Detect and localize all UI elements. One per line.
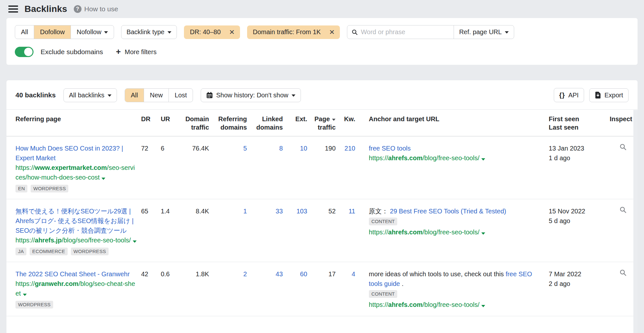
col-kw[interactable]: Kw. bbox=[338, 110, 357, 136]
referring-domains-link[interactable]: 1 bbox=[243, 208, 247, 215]
search-scope-dropdown[interactable]: Ref. page URL bbox=[454, 25, 514, 39]
page-badges: WORDPRESS bbox=[15, 301, 137, 309]
dr-value: 42 bbox=[139, 262, 159, 316]
ext-link[interactable]: 103 bbox=[296, 208, 307, 215]
tab-lost[interactable]: Lost bbox=[169, 89, 193, 102]
col-page-traffic-label1: Page bbox=[314, 115, 330, 122]
url-domain: ahrefs.jp bbox=[35, 237, 62, 244]
ext-link[interactable]: 60 bbox=[300, 270, 307, 278]
follow-filter-all[interactable]: All bbox=[15, 25, 34, 39]
chevron-down-icon[interactable] bbox=[101, 178, 105, 180]
follow-filter: All Dofollow Nofollow bbox=[15, 25, 114, 39]
close-icon[interactable]: ✕ bbox=[326, 25, 340, 39]
page-badges: JA ECOMMERCE WORDPRESS bbox=[15, 248, 137, 255]
ext-link[interactable]: 10 bbox=[300, 145, 307, 152]
backlink-type-dropdown[interactable]: Backlink type bbox=[121, 25, 177, 39]
tab-all[interactable]: All bbox=[125, 89, 144, 102]
referring-domains-link[interactable]: 2 bbox=[243, 270, 247, 278]
close-icon[interactable]: ✕ bbox=[226, 25, 240, 39]
referring-page-url[interactable]: https://www.expertmarket.com/seo-service… bbox=[15, 163, 137, 182]
chevron-down-icon[interactable] bbox=[23, 294, 27, 296]
api-button[interactable]: {} API bbox=[554, 88, 584, 102]
content-badge: CONTENT bbox=[369, 290, 398, 298]
backlinks-scope-label: All backlinks bbox=[69, 92, 104, 99]
col-last-seen-label: Last seen bbox=[549, 124, 578, 131]
dr-value: 72 bbox=[139, 136, 159, 199]
follow-filter-dofollow[interactable]: Dofollow bbox=[34, 25, 71, 39]
col-referring-domains[interactable]: Referringdomains bbox=[211, 110, 249, 136]
col-linked-domains-label1: Linked bbox=[262, 115, 283, 122]
word-search-box[interactable] bbox=[347, 25, 454, 39]
target-url[interactable]: https://ahrefs.com/blog/free-seo-tools/ bbox=[369, 227, 545, 237]
how-to-use[interactable]: ? How to use bbox=[74, 5, 118, 13]
linked-domains-link[interactable]: 33 bbox=[276, 208, 283, 215]
inspect-icon[interactable] bbox=[620, 143, 627, 151]
domain-traffic-filter-chip[interactable]: Domain traffic: From 1K ✕ bbox=[247, 25, 340, 39]
col-anchor[interactable]: Anchor and target URL bbox=[357, 110, 547, 136]
col-page-traffic[interactable]: Pagetraffic bbox=[309, 110, 338, 136]
col-dr[interactable]: DR bbox=[139, 110, 159, 136]
help-icon: ? bbox=[74, 5, 82, 13]
domain-traffic-value: 76.4K bbox=[180, 136, 211, 199]
kw-link[interactable]: 11 bbox=[349, 208, 355, 215]
referring-page-link[interactable]: How Much Does SEO Cost in 2023? | Expert… bbox=[15, 143, 137, 163]
kw-link[interactable]: 4 bbox=[352, 270, 355, 278]
platform-badge: ECOMMERCE bbox=[30, 248, 68, 255]
platform-badge: WORDPRESS bbox=[15, 301, 53, 309]
target-url[interactable]: https://ahrefs.com/blog/free-seo-tools/ bbox=[369, 153, 545, 163]
tab-new[interactable]: New bbox=[144, 89, 169, 102]
dr-filter-chip[interactable]: DR: 40–80 ✕ bbox=[184, 25, 240, 39]
col-ext[interactable]: Ext. bbox=[285, 110, 309, 136]
ur-value: 0.6 bbox=[159, 262, 180, 316]
results-toolbar: 40 backlinks All backlinks All New Lost … bbox=[6, 80, 638, 110]
table-header-row: Referring page DR UR Domaintraffic Refer… bbox=[6, 110, 638, 136]
chevron-down-icon[interactable] bbox=[481, 232, 485, 235]
col-anchor-label: Anchor and target URL bbox=[369, 115, 439, 122]
menu-icon[interactable] bbox=[8, 5, 18, 13]
col-kw-label: Kw. bbox=[344, 115, 355, 122]
chevron-down-icon[interactable] bbox=[481, 305, 485, 307]
url-prefix: https:// bbox=[369, 229, 388, 236]
anchor-line: 原文： 29 Best Free SEO Tools (Tried & Test… bbox=[369, 206, 545, 216]
last-seen: 1 d ago bbox=[549, 153, 606, 163]
chevron-down-icon bbox=[505, 31, 509, 34]
exclude-subdomains-toggle[interactable] bbox=[15, 47, 34, 57]
backlinks-scope-dropdown[interactable]: All backlinks bbox=[63, 88, 117, 102]
anchor-link[interactable]: free SEO tools bbox=[369, 145, 411, 152]
col-domain-traffic[interactable]: Domaintraffic bbox=[180, 110, 211, 136]
kw-link[interactable]: 210 bbox=[344, 145, 355, 152]
col-linked-domains[interactable]: Linkeddomains bbox=[249, 110, 284, 136]
referring-page-link[interactable]: 無料で使える！便利なSEOツール29選 | Ahrefsブログ- 使えるSEO情… bbox=[15, 206, 137, 235]
col-ur[interactable]: UR bbox=[159, 110, 180, 136]
vertical-scrollbar[interactable] bbox=[633, 110, 638, 333]
referring-page-link[interactable]: The 2022 SEO Cheat Sheet - Granwehr bbox=[15, 269, 130, 279]
how-to-use-label: How to use bbox=[84, 5, 118, 13]
col-referring-page[interactable]: Referring page bbox=[6, 110, 139, 136]
exclude-subdomains-label: Exclude subdomains bbox=[41, 48, 103, 56]
search-input[interactable] bbox=[361, 28, 449, 36]
api-button-label: API bbox=[568, 92, 579, 99]
referring-page-url[interactable]: https://ahrefs.jp/blog/seo/free-seo-tool… bbox=[15, 235, 137, 245]
linked-domains-link[interactable]: 8 bbox=[279, 145, 283, 152]
referring-page-url[interactable]: https://granwehr.com/blog/seo-cheat-shee… bbox=[15, 279, 137, 298]
target-url[interactable]: https://ahrefs.com/blog/free-seo-tools/ bbox=[369, 300, 545, 309]
linked-domains-link[interactable]: 43 bbox=[276, 270, 283, 278]
follow-dofollow-label: Dofollow bbox=[40, 28, 65, 36]
chevron-down-icon[interactable] bbox=[481, 158, 485, 161]
col-seen[interactable]: First seenLast seen bbox=[547, 110, 608, 136]
inspect-icon[interactable] bbox=[620, 269, 627, 276]
anchor-link[interactable]: 29 Best Free SEO Tools (Tried & Tested) bbox=[390, 208, 506, 215]
show-history-dropdown[interactable]: Show history: Don't show bbox=[201, 88, 301, 102]
plus-icon: + bbox=[116, 47, 121, 56]
export-button[interactable]: Export bbox=[589, 88, 629, 102]
backlink-type-label: Backlink type bbox=[127, 28, 165, 36]
chevron-down-icon[interactable] bbox=[133, 240, 137, 243]
tab-new-label: New bbox=[150, 92, 163, 99]
more-filters-button[interactable]: + More filters bbox=[116, 48, 157, 56]
follow-filter-nofollow[interactable]: Nofollow bbox=[71, 25, 114, 39]
url-prefix: https:// bbox=[15, 237, 35, 244]
referring-domains-link[interactable]: 5 bbox=[243, 145, 247, 152]
inspect-icon[interactable] bbox=[620, 206, 627, 213]
domain-traffic-value: 8.4K bbox=[180, 199, 211, 262]
url-path: /blog/free-seo-tools/ bbox=[422, 301, 479, 308]
